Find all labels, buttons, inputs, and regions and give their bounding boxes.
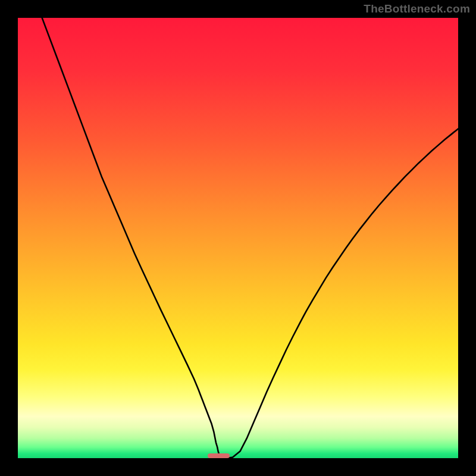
bottleneck-curve <box>18 18 458 458</box>
plot-area <box>18 18 458 458</box>
brand-watermark: TheBottleneck.com <box>364 2 470 15</box>
chart-frame: TheBottleneck.com <box>0 0 476 476</box>
bottleneck-marker <box>208 453 230 458</box>
